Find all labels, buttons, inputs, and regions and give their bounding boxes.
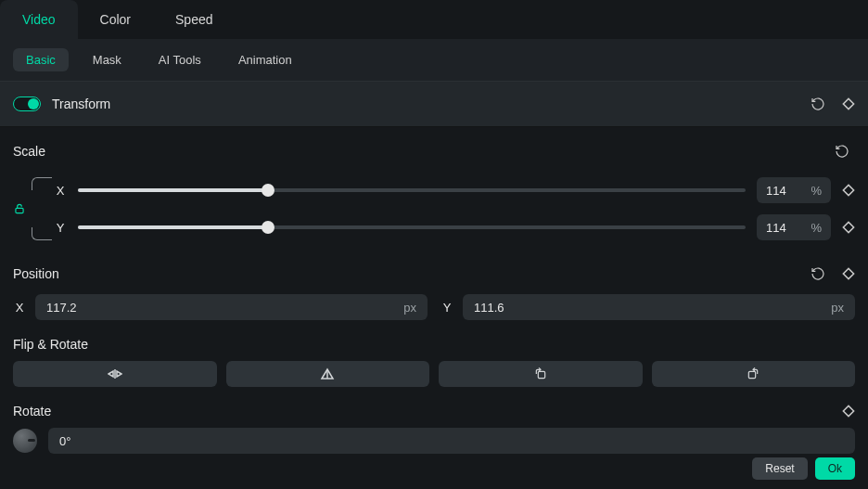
position-y-value: 111.6 — [474, 301, 504, 315]
sub-tab-label: Animation — [238, 53, 292, 67]
flip-rotate-label: Flip & Rotate — [13, 337, 855, 352]
slider-fill — [78, 225, 268, 229]
flip-rotate-buttons — [13, 361, 855, 387]
sub-tab-basic[interactable]: Basic — [13, 48, 69, 71]
ok-label: Ok — [828, 462, 842, 475]
sub-tab-ai-tools[interactable]: AI Tools — [146, 48, 214, 71]
tab-speed[interactable]: Speed — [153, 0, 235, 39]
flip-rotate-header: Flip & Rotate — [13, 337, 855, 352]
transform-title: Transform — [52, 97, 794, 111]
position-x-input[interactable]: 117.2 px — [35, 294, 428, 320]
rotate-keyframe-button[interactable] — [842, 405, 855, 418]
transform-header: Transform — [0, 81, 868, 127]
svg-rect-3 — [843, 222, 853, 232]
bracket-icon — [32, 227, 52, 240]
sub-tab-label: AI Tools — [159, 53, 201, 67]
tab-video[interactable]: Video — [0, 0, 78, 39]
scale-y-keyframe-button[interactable] — [842, 221, 855, 234]
position-label: Position — [13, 266, 794, 281]
tab-color[interactable]: Color — [78, 0, 153, 39]
scale-y-slider[interactable] — [78, 225, 746, 229]
transform-toggle[interactable] — [13, 97, 41, 111]
top-tabs: Video Color Speed — [0, 0, 868, 39]
scale-row-header: Scale — [13, 140, 855, 162]
rotate-label: Rotate — [13, 404, 831, 418]
diamond-icon — [842, 97, 855, 110]
svg-rect-11 — [749, 371, 756, 378]
svg-rect-0 — [843, 98, 853, 109]
tab-label: Speed — [175, 12, 212, 27]
bracket-icon — [32, 177, 52, 190]
scale-y-label: Y — [54, 221, 67, 235]
scale-x-value-input[interactable]: 114 % — [757, 177, 831, 203]
sub-tab-animation[interactable]: Animation — [225, 48, 305, 71]
scale-label: Scale — [13, 144, 818, 159]
scale-x-slider[interactable] — [78, 188, 746, 192]
scale-x-label: X — [54, 184, 67, 198]
flip-vertical-icon — [320, 367, 335, 380]
reset-button[interactable]: Reset — [752, 457, 807, 480]
scale-x-unit: % — [811, 184, 822, 198]
tab-label: Color — [100, 12, 131, 27]
reset-icon — [811, 97, 825, 111]
flip-horizontal-icon — [108, 367, 122, 380]
scale-reset-button[interactable] — [829, 140, 855, 162]
sub-tab-label: Basic — [26, 53, 56, 67]
position-keyframe-button[interactable] — [842, 267, 855, 280]
slider-fill — [78, 188, 268, 192]
sub-tabs: Basic Mask AI Tools Animation — [0, 39, 868, 81]
transform-keyframe-button[interactable] — [842, 97, 855, 110]
reset-icon — [835, 144, 849, 159]
scale-y-row: Y 114 % — [26, 209, 855, 246]
svg-rect-1 — [16, 208, 23, 212]
flip-vertical-button[interactable] — [226, 361, 430, 387]
rotate-ccw-button[interactable] — [439, 361, 643, 387]
position-x-unit: px — [403, 301, 416, 315]
svg-rect-12 — [843, 405, 853, 416]
scale-y-unit: % — [811, 221, 822, 235]
scale-y-value-input[interactable]: 114 % — [757, 214, 831, 240]
svg-rect-10 — [538, 371, 544, 378]
svg-marker-5 — [108, 371, 113, 377]
flip-horizontal-button[interactable] — [13, 361, 217, 387]
svg-marker-7 — [117, 371, 121, 377]
rotate-header: Rotate — [13, 404, 855, 418]
scale-link-lock-icon[interactable] — [13, 202, 26, 215]
scale-x-value: 114 — [766, 184, 786, 198]
slider-thumb[interactable] — [262, 184, 274, 197]
rotate-cw-button[interactable] — [652, 361, 856, 387]
diamond-icon — [842, 221, 855, 234]
diamond-icon — [842, 267, 855, 280]
tab-label: Video — [22, 12, 56, 27]
diamond-icon — [842, 184, 855, 197]
sub-tab-mask[interactable]: Mask — [80, 48, 134, 71]
position-y-field: Y 111.6 px — [440, 294, 855, 320]
footer: Reset Ok — [752, 457, 855, 480]
scale-x-row: X 114 % — [26, 172, 855, 209]
rotate-input[interactable]: 0° — [48, 428, 855, 454]
svg-rect-2 — [843, 185, 853, 195]
rotate-value: 0° — [59, 434, 70, 448]
position-x-field: X 117.2 px — [13, 294, 428, 320]
sub-tab-label: Mask — [93, 53, 121, 67]
position-y-label: Y — [440, 301, 453, 315]
transform-reset-button[interactable] — [805, 93, 831, 115]
rotate-row: 0° — [13, 428, 855, 454]
transform-content: Scale X 114 % Y — [0, 127, 868, 467]
position-x-label: X — [13, 301, 26, 315]
reset-icon — [811, 266, 825, 281]
scale-x-keyframe-button[interactable] — [842, 184, 855, 197]
position-y-input[interactable]: 111.6 px — [463, 294, 855, 320]
rotate-dial[interactable] — [13, 429, 37, 453]
scale-y-value: 114 — [766, 221, 786, 235]
rotate-ccw-icon — [533, 367, 548, 381]
rotate-cw-icon — [746, 367, 760, 381]
position-x-value: 117.2 — [46, 301, 77, 315]
position-reset-button[interactable] — [805, 263, 831, 285]
ok-button[interactable]: Ok — [815, 457, 855, 480]
svg-rect-4 — [843, 268, 853, 278]
position-y-unit: px — [831, 301, 844, 315]
slider-thumb[interactable] — [262, 221, 274, 234]
position-row-header: Position — [13, 263, 855, 285]
position-inputs-row: X 117.2 px Y 111.6 px — [13, 294, 855, 320]
